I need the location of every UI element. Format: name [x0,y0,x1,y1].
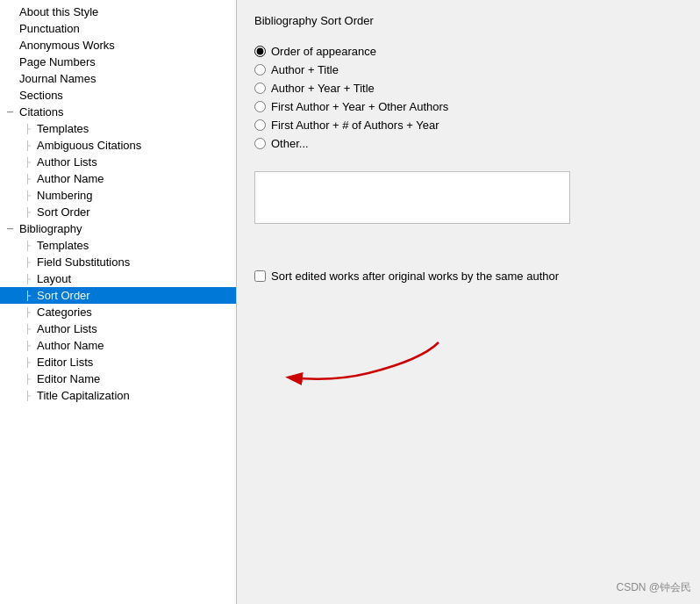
line-icon: ├ [25,357,35,367]
left-panel[interactable]: About this Style Punctuation Anonymous W… [0,0,237,604]
sidebar-item-label: Editor Name [35,372,100,385]
line-icon: ├ [25,124,35,133]
sidebar-item-label: Punctuation [18,22,80,35]
sidebar-item-bibliography-author-name[interactable]: ├ Author Name [0,337,236,354]
sidebar-item-punctuation[interactable]: Punctuation [0,20,236,37]
line-icon: ├ [25,207,35,217]
collapse-icon: ─ [7,224,18,234]
line-icon: ├ [25,274,35,284]
line-icon: ├ [25,391,35,400]
sidebar-item-field-substitutions[interactable]: ├ Field Substitutions [0,254,236,270]
radio-input-author-title[interactable] [254,64,266,76]
radio-label-first-author-year-others[interactable]: First Author + Year + Other Authors [271,100,448,113]
sidebar-item-label: Anonymous Works [18,39,115,52]
sidebar-item-journal-names[interactable]: Journal Names [0,70,236,87]
arrow-indicator [263,325,456,395]
line-icon: ├ [25,191,35,200]
radio-item-first-author-year-others[interactable]: First Author + Year + Other Authors [254,100,682,113]
sidebar-item-label: Citations [18,105,64,119]
radio-input-order-appearance[interactable] [254,46,266,57]
radio-label-order-appearance[interactable]: Order of appearance [271,45,376,58]
line-icon: ├ [25,341,35,350]
sort-edited-label[interactable]: Sort edited works after original works b… [271,270,559,283]
sidebar-item-label: Bibliography [18,222,82,235]
line-icon: ├ [25,324,35,334]
radio-input-first-author-year-others[interactable] [254,101,266,112]
sidebar-item-page-numbers[interactable]: Page Numbers [0,54,236,70]
sidebar-item-label: Layout [35,272,71,285]
sidebar-item-label: Categories [35,306,92,319]
sidebar-item-label: Field Substitutions [35,255,130,269]
radio-label-author-year-title[interactable]: Author + Year + Title [271,82,375,95]
sort-edited-checkbox[interactable] [254,270,266,282]
sidebar-item-about[interactable]: About this Style [0,4,236,20]
line-icon: ├ [25,291,35,300]
sidebar-item-bibliography-templates[interactable]: ├ Templates [0,237,236,254]
line-icon: ├ [25,174,35,183]
sidebar-item-citations[interactable]: ─ Citations [0,104,236,120]
radio-item-author-title[interactable]: Author + Title [254,63,682,76]
radio-group: Order of appearance Author + Title Autho… [254,45,682,150]
sidebar-item-label: Author Lists [35,322,97,335]
sidebar-item-label: Journal Names [18,72,96,85]
radio-item-author-year-title[interactable]: Author + Year + Title [254,82,682,95]
sidebar-item-label: Templates [35,122,89,135]
sidebar-item-numbering[interactable]: ├ Numbering [0,187,236,204]
sidebar-item-label: Ambiguous Citations [35,139,141,152]
line-icon: ├ [25,157,35,167]
radio-label-first-author-num-year[interactable]: First Author + # of Authors + Year [271,119,439,132]
sidebar-item-label: Numbering [35,189,93,202]
radio-label-author-title[interactable]: Author + Title [271,63,339,76]
radio-item-first-author-num-year[interactable]: First Author + # of Authors + Year [254,119,682,132]
sidebar-item-editor-lists[interactable]: ├ Editor Lists [0,354,236,370]
line-icon: ├ [25,257,35,267]
sidebar-item-citations-author-name[interactable]: ├ Author Name [0,170,236,187]
line-icon: ├ [25,307,35,317]
other-textarea[interactable] [254,171,570,224]
watermark: CSDN @钟会民 [616,580,691,595]
sidebar-item-citations-templates[interactable]: ├ Templates [0,120,236,137]
line-icon: ├ [25,374,35,384]
right-panel: Bibliography Sort Order Order of appeara… [237,0,700,604]
radio-input-author-year-title[interactable] [254,83,266,94]
sidebar-item-editor-name[interactable]: ├ Editor Name [0,370,236,387]
main-container: About this Style Punctuation Anonymous W… [0,0,700,604]
sidebar-item-label: Editor Lists [35,356,93,369]
sidebar-item-label: Author Name [35,339,104,352]
sidebar-item-label: Author Lists [35,155,97,169]
sidebar-item-citations-author-lists[interactable]: ├ Author Lists [0,154,236,170]
sidebar-item-sort-order[interactable]: ├ Sort Order [0,287,236,304]
sidebar-item-layout[interactable]: ├ Layout [0,270,236,287]
sidebar-item-anonymous[interactable]: Anonymous Works [0,37,236,54]
sidebar-item-label: Sections [18,89,63,102]
section-title: Bibliography Sort Order [254,14,682,27]
radio-item-order-appearance[interactable]: Order of appearance [254,45,682,58]
line-icon: ├ [25,241,35,250]
checkbox-row: Sort edited works after original works b… [254,270,682,283]
sidebar-item-label: Title Capitalization [35,389,130,402]
sidebar-item-categories[interactable]: ├ Categories [0,304,236,320]
sidebar-item-label: Sort Order [35,289,90,302]
line-icon: ├ [25,140,35,150]
sidebar-item-sections[interactable]: Sections [0,87,236,104]
radio-input-first-author-num-year[interactable] [254,119,266,131]
sidebar-item-label: Author Name [35,172,104,185]
radio-label-other[interactable]: Other... [271,137,309,150]
sidebar-item-label: About this Style [18,5,98,18]
sidebar-item-title-capitalization[interactable]: ├ Title Capitalization [0,387,236,404]
sidebar-item-citations-sort-order[interactable]: ├ Sort Order [0,204,236,220]
collapse-icon: ─ [7,107,18,117]
radio-input-other[interactable] [254,138,266,149]
sidebar-item-bibliography-author-lists[interactable]: ├ Author Lists [0,320,236,337]
radio-item-other[interactable]: Other... [254,137,682,150]
sidebar-item-ambiguous-citations[interactable]: ├ Ambiguous Citations [0,137,236,154]
sidebar-item-label: Templates [35,239,89,252]
sidebar-item-label: Page Numbers [18,55,96,68]
sidebar-item-bibliography[interactable]: ─ Bibliography [0,220,236,237]
sidebar-item-label: Sort Order [35,205,90,219]
